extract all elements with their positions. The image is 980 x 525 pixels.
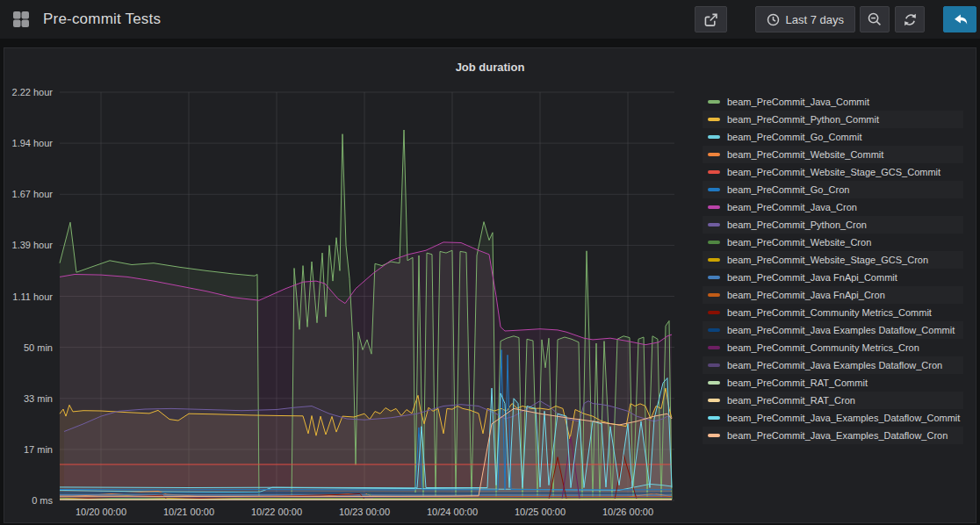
legend-swatch[interactable] — [708, 258, 720, 262]
legend-item[interactable]: beam_PreCommit_Java_Cron — [703, 198, 963, 216]
duration-chart[interactable]: 0 ms17 min33 min50 min1.11 hour1.39 hour… — [4, 85, 703, 525]
legend-item[interactable]: beam_PreCommit_Java_Commit — [703, 93, 963, 111]
legend-item[interactable]: beam_PreCommit_Website_Stage_GCS_Commit — [703, 163, 963, 181]
legend-item[interactable]: beam_PreCommit_Java_Examples_Dataflow_Cr… — [703, 427, 963, 444]
legend-item[interactable]: beam_PreCommit_Website_Cron — [703, 234, 963, 251]
legend: beam_PreCommit_Java_Commitbeam_PreCommit… — [703, 93, 963, 525]
zoom-out-icon — [867, 11, 883, 27]
y-axis-label: 1.94 hour — [12, 138, 54, 148]
legend-item[interactable]: beam_PreCommit_RAT_Commit — [703, 374, 963, 392]
legend-label: beam_PreCommit_Java_Cron — [727, 202, 857, 212]
x-axis-label: 10/23 00:00 — [339, 507, 390, 517]
legend-swatch[interactable] — [708, 188, 720, 191]
panel-title[interactable]: Job duration — [456, 61, 525, 74]
legend-label: beam_PreCommit_Website_Commit — [727, 149, 883, 160]
legend-item[interactable]: beam_PreCommit_Python_Cron — [703, 216, 963, 234]
legend-swatch[interactable] — [708, 153, 720, 156]
job-duration-panel: Job duration 0 ms17 min33 min50 min1.11 … — [4, 47, 976, 523]
legend-item[interactable]: beam_PreCommit_Website_Stage_GCS_Cron — [703, 251, 963, 269]
legend-swatch[interactable] — [708, 381, 720, 385]
legend-swatch[interactable] — [708, 293, 720, 297]
legend-swatch[interactable] — [708, 170, 720, 174]
grafana-menu-icon[interactable] — [11, 9, 32, 30]
series-line — [60, 495, 672, 496]
legend-label: beam_PreCommit_RAT_Cron — [727, 395, 855, 406]
legend-label: beam_PreCommit_Website_Stage_GCS_Commit — [727, 167, 940, 177]
legend-label: beam_PreCommit_Python_Cron — [727, 219, 867, 230]
legend-label: beam_PreCommit_RAT_Commit — [727, 378, 868, 388]
legend-swatch[interactable] — [708, 241, 720, 244]
legend-swatch[interactable] — [708, 100, 720, 104]
legend-item[interactable]: beam_PreCommit_Python_Commit — [703, 111, 963, 128]
legend-swatch[interactable] — [708, 399, 720, 402]
legend-item[interactable]: beam_PreCommit_Java_Examples_Dataflow_Co… — [703, 409, 963, 427]
legend-label: beam_PreCommit_Java_Commit — [727, 97, 869, 107]
y-axis-label: 1.39 hour — [12, 240, 54, 250]
time-range-label: Last 7 days — [786, 13, 845, 26]
legend-swatch[interactable] — [708, 434, 720, 437]
legend-swatch[interactable] — [708, 118, 720, 121]
navbar: Pre-commit Tests Last 7 days — [0, 0, 980, 39]
y-axis-label: 33 min — [24, 393, 53, 404]
legend-label: beam_PreCommit_Community Metrics_Cron — [727, 342, 919, 353]
legend-label: beam_PreCommit_Website_Cron — [727, 237, 871, 248]
series-line — [60, 493, 672, 493]
legend-label: beam_PreCommit_Java Examples Dataflow_Co… — [727, 325, 955, 335]
x-axis-label: 10/21 00:00 — [163, 507, 214, 517]
legend-item[interactable]: beam_PreCommit_Go_Commit — [703, 128, 963, 146]
legend-label: beam_PreCommit_Java FnApi_Commit — [727, 272, 897, 283]
legend-item[interactable]: beam_PreCommit_Community Metrics_Commit — [703, 304, 963, 321]
legend-swatch[interactable] — [708, 276, 720, 279]
legend-item[interactable]: beam_PreCommit_Community Metrics_Cron — [703, 339, 963, 356]
legend-item[interactable]: beam_PreCommit_Java Examples Dataflow_Cr… — [703, 356, 963, 374]
back-button[interactable] — [943, 6, 976, 32]
back-arrow-icon — [951, 11, 969, 28]
y-axis-label: 17 min — [24, 444, 53, 455]
refresh-button[interactable] — [895, 6, 925, 32]
legend-label: beam_PreCommit_Java FnApi_Cron — [727, 290, 885, 300]
zoom-out-button[interactable] — [860, 6, 890, 32]
clock-icon — [767, 13, 780, 26]
panel-header: Job duration — [4, 48, 976, 85]
legend-swatch[interactable] — [708, 311, 720, 314]
y-axis-label: 1.11 hour — [12, 291, 53, 302]
legend-swatch[interactable] — [708, 416, 720, 420]
x-axis-label: 10/20 00:00 — [76, 507, 126, 517]
x-axis-label: 10/26 00:00 — [602, 507, 653, 517]
legend-item[interactable]: beam_PreCommit_RAT_Cron — [703, 392, 963, 409]
legend-item[interactable]: beam_PreCommit_Website_Commit — [703, 146, 963, 163]
legend-item[interactable]: beam_PreCommit_Java FnApi_Cron — [703, 286, 963, 304]
legend-item[interactable]: beam_PreCommit_Go_Cron — [703, 181, 963, 198]
legend-label: beam_PreCommit_Java_Examples_Dataflow_Cr… — [727, 430, 948, 441]
legend-swatch[interactable] — [708, 363, 720, 367]
legend-label: beam_PreCommit_Go_Commit — [727, 132, 861, 142]
dashboard-title[interactable]: Pre-commit Tests — [43, 11, 161, 28]
legend-label: beam_PreCommit_Java_Examples_Dataflow_Co… — [727, 413, 960, 423]
legend-swatch[interactable] — [708, 135, 720, 139]
legend-swatch[interactable] — [708, 223, 720, 227]
legend-label: beam_PreCommit_Community Metrics_Commit — [727, 307, 932, 318]
legend-item[interactable]: beam_PreCommit_Java FnApi_Commit — [703, 269, 963, 286]
y-axis-label: 1.67 hour — [12, 189, 54, 199]
y-axis-label: 0 ms — [32, 495, 53, 506]
legend-swatch[interactable] — [708, 346, 720, 349]
legend-label: beam_PreCommit_Python_Commit — [727, 114, 879, 125]
legend-swatch[interactable] — [708, 328, 720, 332]
share-dashboard-button[interactable] — [695, 6, 727, 32]
x-axis-label: 10/25 00:00 — [515, 507, 566, 517]
y-axis-label: 50 min — [24, 342, 53, 353]
refresh-icon — [903, 12, 918, 27]
x-axis-label: 10/24 00:00 — [427, 507, 478, 517]
legend-label: beam_PreCommit_Go_Cron — [727, 184, 849, 195]
legend-item[interactable]: beam_PreCommit_Java Examples Dataflow_Co… — [703, 321, 963, 339]
x-axis-label: 10/22 00:00 — [251, 507, 302, 517]
y-axis-label: 2.22 hour — [12, 87, 54, 97]
legend-swatch[interactable] — [708, 205, 720, 209]
time-range-picker[interactable]: Last 7 days — [755, 6, 856, 32]
share-icon — [703, 11, 719, 28]
legend-label: beam_PreCommit_Website_Stage_GCS_Cron — [727, 255, 928, 265]
legend-label: beam_PreCommit_Java Examples Dataflow_Cr… — [727, 360, 942, 370]
